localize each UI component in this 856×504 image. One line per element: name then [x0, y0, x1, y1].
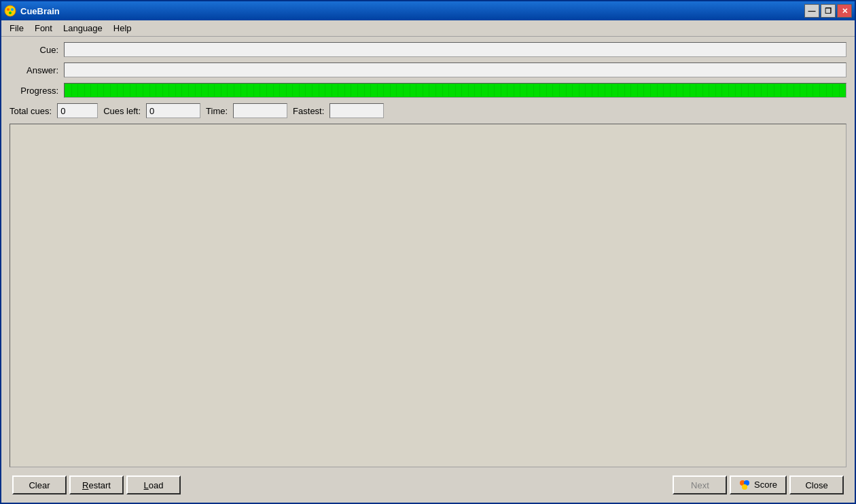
answer-input[interactable] [64, 62, 846, 77]
progress-segment [163, 84, 169, 96]
window-close-button[interactable]: ✕ [837, 4, 852, 18]
progress-segment [124, 84, 130, 96]
close-button[interactable]: Close [789, 475, 844, 494]
progress-segment [599, 84, 605, 96]
total-cues-input[interactable] [57, 103, 98, 118]
progress-row: Progress: [10, 83, 846, 98]
progress-segment [787, 84, 793, 96]
main-content: Cue: Answer: Progress: Total cues: Cues … [1, 37, 855, 503]
progress-segment [462, 84, 468, 96]
progress-segment [690, 84, 696, 96]
progress-segment [488, 84, 495, 96]
progress-segment [202, 84, 208, 96]
title-bar-left: CueBrain [4, 5, 60, 17]
progress-segment [300, 84, 306, 96]
menu-font[interactable]: Font [29, 22, 58, 35]
load-button[interactable]: Load [126, 475, 181, 494]
progress-segment [625, 84, 631, 96]
progress-segment [280, 84, 286, 96]
progress-segment [501, 84, 507, 96]
progress-segment [65, 84, 71, 96]
progress-segment [358, 84, 364, 96]
progress-segment [618, 84, 624, 96]
menu-language[interactable]: Language [58, 22, 108, 35]
progress-segment [592, 84, 599, 96]
progress-segment [658, 84, 664, 96]
progress-segment [221, 84, 228, 96]
button-bar: Clear Restart Load Next Score Close [10, 473, 846, 497]
progress-segment [573, 84, 579, 96]
progress-segment [215, 84, 221, 96]
progress-segment [293, 84, 299, 96]
restore-button[interactable]: ❐ [821, 4, 836, 18]
progress-segment [696, 84, 702, 96]
menu-file[interactable]: File [4, 22, 29, 35]
time-input[interactable] [233, 103, 287, 118]
title-bar: CueBrain — ❐ ✕ [1, 1, 855, 20]
answer-row: Answer: [10, 62, 846, 77]
cue-input[interactable] [64, 42, 846, 57]
progress-segment [638, 84, 644, 96]
progress-segment [840, 84, 846, 96]
score-icon [739, 480, 750, 490]
progress-segment [722, 84, 728, 96]
progress-segment [762, 84, 768, 96]
menu-help[interactable]: Help [108, 22, 137, 35]
progress-segment [338, 84, 344, 96]
fastest-input[interactable] [329, 103, 384, 118]
progress-segment [118, 84, 124, 96]
progress-segment [196, 84, 202, 96]
progress-segment [130, 84, 137, 96]
progress-segment [540, 84, 546, 96]
progress-segment [416, 84, 423, 96]
cues-left-input[interactable] [146, 103, 200, 118]
progress-segment [378, 84, 384, 96]
progress-segment [274, 84, 280, 96]
svg-point-2 [11, 8, 14, 11]
progress-segment [404, 84, 410, 96]
window-title: CueBrain [20, 6, 60, 16]
progress-segment [169, 84, 175, 96]
progress-segment [456, 84, 462, 96]
progress-segment [189, 84, 195, 96]
minimize-button[interactable]: — [804, 4, 819, 18]
progress-segment [241, 84, 247, 96]
progress-segment [397, 84, 403, 96]
progress-segment [664, 84, 670, 96]
score-button[interactable]: Score [730, 475, 787, 494]
progress-segment [774, 84, 781, 96]
main-window: CueBrain — ❐ ✕ File Font Language Help C… [0, 0, 856, 504]
progress-segment [736, 84, 742, 96]
progress-segment [520, 84, 527, 96]
progress-segment [547, 84, 553, 96]
progress-segment [384, 84, 390, 96]
progress-segment [749, 84, 755, 96]
progress-segment [605, 84, 611, 96]
progress-segment [560, 84, 566, 96]
next-button[interactable]: Next [673, 475, 727, 494]
progress-segment [287, 84, 293, 96]
progress-segment [475, 84, 481, 96]
cue-label: Cue: [10, 45, 64, 55]
progress-segment [345, 84, 351, 96]
progress-segment [98, 84, 104, 96]
progress-segment [436, 84, 442, 96]
clear-button[interactable]: Clear [12, 475, 67, 494]
progress-segment [234, 84, 240, 96]
svg-point-6 [742, 484, 747, 490]
progress-segment [495, 84, 501, 96]
restart-button[interactable]: Restart [69, 475, 124, 494]
progress-segment [644, 84, 650, 96]
progress-segment [807, 84, 813, 96]
content-area [10, 124, 846, 467]
progress-segment [514, 84, 520, 96]
progress-segment [85, 84, 91, 96]
progress-segment [365, 84, 371, 96]
progress-segment [813, 84, 819, 96]
progress-segment [91, 84, 97, 96]
progress-segment [651, 84, 657, 96]
progress-segment [703, 84, 709, 96]
progress-segment [111, 84, 117, 96]
progress-segment [143, 84, 149, 96]
progress-segment [683, 84, 690, 96]
